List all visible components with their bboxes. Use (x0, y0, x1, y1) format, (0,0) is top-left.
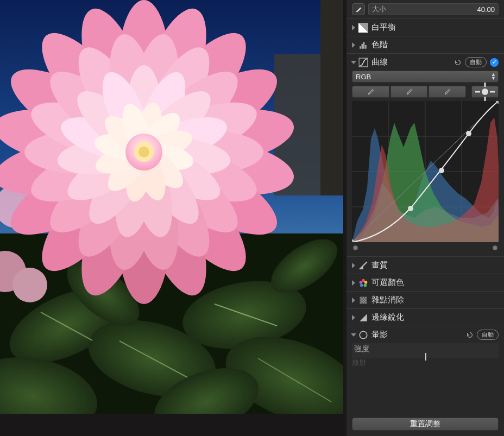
eyedropper-gray[interactable] (390, 86, 428, 98)
disclosure-icon (352, 315, 355, 320)
svg-point-84 (138, 147, 149, 157)
svg-rect-118 (360, 299, 361, 300)
eyedropper-white[interactable] (429, 86, 466, 98)
definition-icon (358, 261, 368, 270)
svg-point-105 (466, 131, 471, 136)
svg-point-107 (362, 279, 365, 282)
panel-sharpen[interactable]: 邊緣銳化 (346, 308, 504, 326)
svg-rect-125 (365, 302, 366, 303)
white-balance-icon (358, 23, 368, 33)
svg-point-108 (364, 281, 368, 284)
reset-vignette-button[interactable] (466, 331, 474, 339)
radius-label: 放射 (352, 358, 366, 367)
panel-label: 白平衡 (371, 22, 499, 33)
panel-levels[interactable]: 色階 (346, 36, 504, 53)
curves-icon (358, 58, 368, 67)
noise-icon (358, 295, 368, 305)
panel-curves[interactable]: 曲線 自動 ✓ (346, 53, 504, 71)
svg-rect-88 (365, 45, 366, 49)
selective-color-icon (358, 278, 368, 288)
svg-rect-116 (362, 298, 363, 299)
sharpen-icon (358, 313, 368, 323)
disclosure-icon (351, 333, 356, 337)
panel-white-balance[interactable]: 白平衡 (346, 18, 504, 36)
disclosure-icon (352, 263, 355, 268)
svg-rect-120 (365, 299, 366, 300)
panel-label: 曲線 (371, 57, 451, 67)
svg-point-104 (439, 168, 444, 173)
disclosure-icon (352, 25, 355, 30)
reset-adjustments-button[interactable]: 重置調整 (352, 418, 499, 431)
disclosure-icon (352, 280, 355, 286)
svg-point-103 (408, 206, 413, 211)
vignette-icon (358, 330, 368, 340)
svg-rect-2 (320, 0, 343, 195)
brush-size-value: 40.00 (477, 5, 495, 14)
stepper-icon: ▲▼ (491, 73, 496, 80)
disclosure-icon (351, 61, 356, 64)
auto-button[interactable]: 自動 (477, 330, 499, 340)
white-point-handle[interactable] (493, 245, 497, 250)
svg-point-18 (12, 268, 47, 302)
svg-rect-124 (363, 302, 364, 303)
svg-rect-86 (362, 43, 363, 48)
eyedropper-black[interactable] (352, 86, 389, 98)
black-point-handle[interactable] (353, 245, 358, 250)
enable-toggle[interactable]: ✓ (490, 58, 499, 67)
channel-value: RGB (356, 73, 371, 81)
panel-vignette[interactable]: 暈影 自動 (346, 326, 504, 343)
svg-rect-115 (365, 297, 366, 298)
svg-rect-123 (360, 302, 361, 303)
image-canvas[interactable] (0, 0, 346, 436)
auto-button[interactable]: 自動 (465, 57, 487, 67)
svg-rect-117 (364, 298, 365, 299)
panel-label: 可選顏色 (371, 277, 499, 288)
reset-curves-button[interactable] (454, 59, 462, 66)
panel-noise-reduction[interactable]: 雜點消除 (346, 291, 504, 308)
disclosure-icon (352, 298, 355, 303)
brush-size-field[interactable]: 大小 40.00 (368, 3, 499, 15)
panel-label: 雜點消除 (371, 295, 499, 305)
svg-point-110 (360, 283, 363, 287)
svg-point-90 (482, 89, 488, 95)
svg-point-111 (360, 281, 363, 284)
svg-point-126 (360, 331, 367, 339)
svg-point-109 (364, 283, 367, 287)
svg-rect-113 (360, 297, 361, 298)
curves-histogram[interactable] (352, 101, 499, 242)
svg-rect-87 (363, 42, 364, 48)
svg-rect-114 (363, 297, 364, 298)
panel-label: 色階 (371, 40, 499, 50)
svg-rect-121 (362, 301, 363, 302)
panel-label: 畫質 (371, 260, 499, 270)
disclosure-icon (352, 42, 355, 48)
svg-rect-122 (364, 301, 365, 302)
brush-size-label: 大小 (372, 4, 477, 14)
adjustments-sidebar: 大小 40.00 白平衡 色階 曲線 自動 ✓ RGB ▲▼ (346, 0, 504, 436)
panel-label: 邊緣銳化 (371, 312, 499, 323)
panel-definition[interactable]: 畫質 (346, 256, 504, 274)
channel-select[interactable]: RGB ▲▼ (352, 71, 499, 83)
preview-image (0, 0, 343, 414)
svg-rect-119 (363, 299, 364, 300)
levels-icon (358, 40, 368, 50)
brush-tool-button[interactable] (352, 3, 365, 15)
svg-rect-85 (360, 46, 361, 49)
reset-label: 重置調整 (410, 419, 440, 429)
add-point-button[interactable] (471, 86, 499, 98)
panel-label: 暈影 (371, 330, 463, 340)
panel-selective-color[interactable]: 可選顏色 (346, 274, 504, 291)
